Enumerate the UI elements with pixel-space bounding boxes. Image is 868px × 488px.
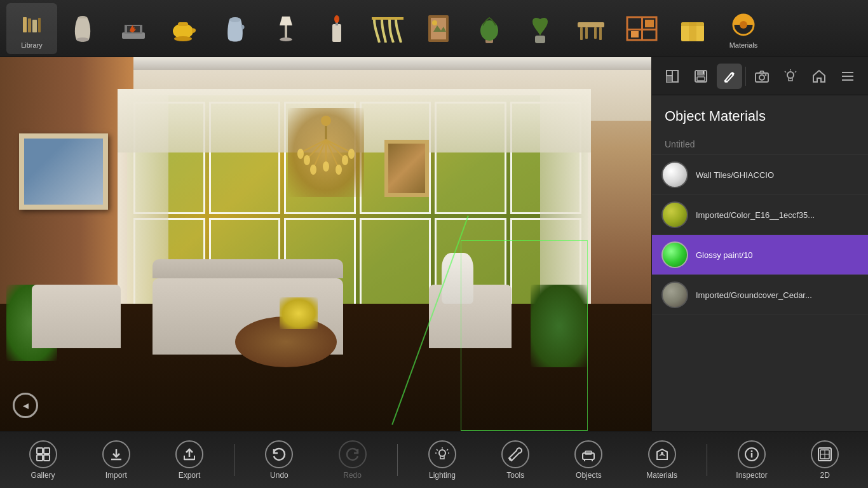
svg-line-86 (437, 449, 438, 451)
svg-point-53 (323, 161, 329, 172)
nav-separator-2 (397, 444, 398, 476)
materials-label: Materials (729, 41, 758, 49)
svg-rect-29 (594, 27, 597, 39)
svg-point-89 (509, 458, 512, 461)
box-icon (676, 12, 709, 45)
curtain-icon (371, 12, 404, 45)
toolbar-shelf[interactable] (616, 3, 667, 54)
svg-rect-28 (585, 27, 588, 39)
toolbar-table[interactable] (566, 3, 616, 54)
toolbar-teapot[interactable] (159, 3, 210, 54)
2d-label: 2D (820, 471, 830, 480)
toolbar-jug[interactable] (210, 3, 261, 54)
svg-rect-27 (599, 27, 602, 40)
toolbar-vase[interactable] (57, 3, 108, 54)
vase-icon (66, 12, 99, 45)
nav-gallery[interactable]: Gallery (15, 435, 72, 485)
library-label: Library (21, 41, 43, 49)
nav-export[interactable]: Export (161, 435, 218, 485)
gallery-label: Gallery (31, 471, 55, 480)
nav-redo: Redo (324, 435, 381, 485)
panel-tool-home[interactable] (806, 64, 832, 89)
svg-rect-76 (44, 448, 50, 454)
nav-separator-3 (707, 444, 707, 476)
toolbar-plant1[interactable] (464, 3, 515, 54)
svg-point-12 (229, 17, 241, 22)
panel-tool-light[interactable] (778, 64, 803, 89)
panel-tool-camera[interactable] (749, 64, 775, 89)
svg-rect-18 (372, 17, 403, 20)
svg-point-83 (439, 450, 445, 456)
svg-point-49 (297, 149, 304, 159)
nav-objects[interactable]: Objects (560, 435, 617, 485)
svg-rect-24 (535, 36, 545, 43)
nav-lighting[interactable]: Lighting (414, 435, 471, 485)
nav-separator-1 (234, 444, 234, 476)
svg-line-43 (326, 140, 351, 152)
panel-content[interactable]: Object Materials Untitled Wall Tiles/GHI… (652, 95, 868, 431)
svg-rect-2 (32, 20, 37, 32)
inspector-label: Inspector (736, 471, 767, 480)
material-item-wall-tiles[interactable]: Wall Tiles/GHIACCIO (652, 155, 868, 195)
panel-toolbar (652, 57, 868, 95)
svg-rect-26 (580, 27, 583, 40)
panel-tool-floorplan[interactable] (660, 64, 685, 89)
panel-tool-save[interactable] (688, 64, 714, 89)
material-item-glossy-paint[interactable]: Glossy paint/10 (652, 235, 868, 275)
svg-rect-10 (178, 22, 188, 26)
nav-tools[interactable]: Tools (487, 435, 544, 485)
panel-toolbar-sep1 (745, 67, 746, 86)
right-wall-painting (384, 140, 429, 197)
svg-point-64 (724, 80, 727, 83)
lighting-label: Lighting (429, 471, 456, 480)
toolbar-lamp[interactable] (261, 3, 311, 54)
nav-2d[interactable]: 2D (796, 435, 853, 485)
svg-line-70 (795, 71, 796, 72)
svg-point-54 (310, 165, 316, 175)
material-swatch-imported-color (661, 201, 688, 228)
toolbar-fireplace[interactable] (108, 3, 159, 54)
toolbar-box[interactable] (667, 3, 718, 54)
library-icon (15, 8, 48, 41)
lighting-icon (428, 440, 456, 468)
svg-rect-0 (23, 17, 27, 32)
svg-point-21 (432, 20, 437, 25)
material-name-imported-color: Imported/Color_E16__1eccf35... (696, 210, 815, 220)
nav-materials[interactable]: Materials (634, 435, 691, 485)
painting-icon (422, 12, 455, 45)
nav-import[interactable]: Import (88, 435, 145, 485)
lamp-icon (269, 12, 302, 45)
svg-rect-62 (697, 77, 705, 81)
svg-point-94 (661, 452, 663, 454)
toolbar-materials[interactable]: Materials (718, 3, 769, 54)
toolbar-candle[interactable] (311, 3, 362, 54)
panel-tool-menu[interactable] (835, 64, 860, 89)
toolbar-painting[interactable] (413, 3, 464, 54)
material-item-imported-color[interactable]: Imported/Color_E16__1eccf35... (652, 195, 868, 235)
tools-label: Tools (506, 471, 524, 480)
svg-rect-57 (667, 76, 672, 82)
svg-point-50 (348, 149, 355, 159)
svg-line-71 (785, 71, 786, 72)
vase-right (442, 253, 473, 304)
3d-viewport[interactable]: ◂ (0, 57, 651, 431)
material-section-label: Untitled (652, 134, 868, 155)
svg-point-67 (764, 74, 766, 76)
svg-rect-75 (37, 448, 43, 454)
panel-tool-paint[interactable] (717, 64, 742, 89)
chandelier (288, 108, 364, 197)
material-swatch-wall-tiles (661, 161, 688, 188)
toolbar-plant2[interactable] (515, 3, 566, 54)
objects-label: Objects (576, 471, 602, 480)
top-toolbar: Library (0, 0, 868, 57)
svg-rect-1 (28, 18, 31, 32)
plant1-icon (473, 12, 506, 45)
toolbar-curtain[interactable] (362, 3, 413, 54)
material-item-groundcover[interactable]: Imported/Groundcover_Cedar... (652, 275, 868, 315)
svg-point-5 (76, 37, 89, 41)
nav-inspector[interactable]: Inspector (723, 435, 780, 485)
svg-rect-33 (631, 31, 639, 37)
toolbar-library[interactable]: Library (6, 3, 57, 54)
nav-undo[interactable]: Undo (250, 435, 308, 485)
navigation-arrow[interactable]: ◂ (13, 393, 38, 418)
